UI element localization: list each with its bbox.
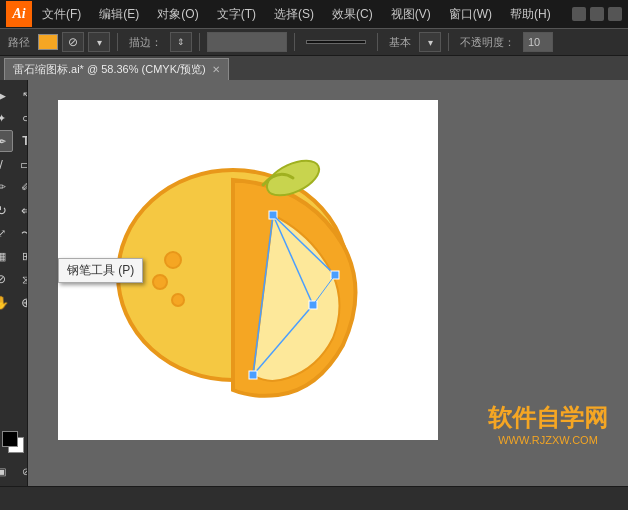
pen-tool-tooltip: 钢笔工具 (P): [58, 258, 143, 283]
stroke-arrow-btn[interactable]: ▾: [88, 32, 110, 52]
path-label: 路径: [4, 35, 34, 50]
window-controls: [572, 7, 622, 21]
stroke-field[interactable]: [207, 32, 287, 52]
watermark: 软件自学网 WWW.RJZXW.COM: [488, 402, 608, 446]
menu-bar: 文件(F) 编辑(E) 对象(O) 文字(T) 选择(S) 效果(C) 视图(V…: [38, 4, 566, 25]
doc-tab-bar: 雷石缩图标.ai* @ 58.36% (CMYK/预览) ✕: [0, 56, 628, 80]
ai-logo: Ai: [6, 1, 32, 27]
top-toolbar: 路径 ⊘ ▾ 描边： ⇕ 基本 ▾ 不透明度：: [0, 28, 628, 56]
symbol-tool[interactable]: ⊞: [14, 245, 28, 267]
rect-tool[interactable]: ▭: [14, 153, 28, 175]
menu-select[interactable]: 选择(S): [270, 4, 318, 25]
main-area: ▶ ↖ ✦ ⊂ ✒ T / ▭ ✏ ✐ ↻ ⇔ ⤢ 〜 ▦ ⊞: [0, 80, 628, 486]
direct-select-tool[interactable]: ↖: [14, 84, 28, 106]
svg-point-4: [172, 294, 184, 306]
magic-wand-tool[interactable]: ✦: [0, 107, 13, 129]
basic-label: 基本: [385, 35, 415, 50]
gradient-fill[interactable]: ▣: [0, 460, 13, 482]
watermark-sub-text: WWW.RJZXW.COM: [488, 434, 608, 446]
fg-swatch[interactable]: [2, 431, 18, 447]
hand-tool[interactable]: ✋: [0, 291, 13, 313]
tool-row-magic: ✦ ⊂: [0, 107, 28, 129]
menu-text[interactable]: 文字(T): [213, 4, 260, 25]
separator-4: [377, 33, 378, 51]
menu-object[interactable]: 对象(O): [153, 4, 202, 25]
separator-1: [117, 33, 118, 51]
tool-row-select: ▶ ↖: [0, 84, 28, 106]
tool-row-line: / ▭: [0, 153, 28, 175]
stroke-icon-btn[interactable]: ⊘: [62, 32, 84, 52]
pen-tool[interactable]: ✒: [0, 130, 13, 152]
line-tool[interactable]: /: [0, 153, 13, 175]
status-bar: [0, 486, 628, 510]
graph-tool[interactable]: ▦: [0, 245, 13, 267]
warp-tool[interactable]: 〜: [14, 222, 28, 244]
rotate-tool[interactable]: ↻: [0, 199, 13, 221]
minimize-btn[interactable]: [572, 7, 586, 21]
line-preview: [306, 40, 366, 44]
tool-row-scale: ⤢ 〜: [0, 222, 28, 244]
doc-tab-close[interactable]: ✕: [212, 64, 220, 75]
separator-2: [199, 33, 200, 51]
basic-dropdown[interactable]: ▾: [419, 32, 441, 52]
tool-row-pen: ✒ T: [0, 130, 28, 152]
svg-rect-10: [249, 371, 257, 379]
menu-effect[interactable]: 效果(C): [328, 4, 377, 25]
menu-window[interactable]: 窗口(W): [445, 4, 496, 25]
menu-file[interactable]: 文件(F): [38, 4, 85, 25]
illustration: [78, 90, 418, 400]
canvas-area[interactable]: 钢笔工具 (P): [28, 80, 628, 486]
brush-tool[interactable]: ✏: [0, 176, 13, 198]
tool-row-brush: ✏ ✐: [0, 176, 28, 198]
eyedropper-tool[interactable]: ⊘: [0, 268, 13, 290]
stroke-label: 描边：: [125, 35, 166, 50]
opacity-label: 不透明度：: [456, 35, 519, 50]
zoom-tool[interactable]: ⊕: [14, 291, 28, 313]
fill-color-swatch[interactable]: [38, 34, 58, 50]
mirror-tool[interactable]: ⇔: [14, 199, 28, 221]
svg-point-3: [153, 275, 167, 289]
stroke-up-down[interactable]: ⇕: [170, 32, 192, 52]
svg-point-2: [165, 252, 181, 268]
no-fill[interactable]: ⊘: [14, 460, 28, 482]
tool-row-graph: ▦ ⊞: [0, 245, 28, 267]
scale-tool[interactable]: ⤢: [0, 222, 13, 244]
watermark-main-text: 软件自学网: [488, 402, 608, 434]
type-tool[interactable]: T: [14, 130, 28, 152]
separator-5: [448, 33, 449, 51]
doc-tab-name: 雷石缩图标.ai* @ 58.36% (CMYK/预览): [13, 62, 206, 77]
tool-row-eyedrop: ⊘ ⧖: [0, 268, 28, 290]
maximize-btn[interactable]: [590, 7, 604, 21]
menu-edit[interactable]: 编辑(E): [95, 4, 143, 25]
pencil-tool[interactable]: ✐: [14, 176, 28, 198]
menu-help[interactable]: 帮助(H): [506, 4, 555, 25]
left-toolbar: ▶ ↖ ✦ ⊂ ✒ T / ▭ ✏ ✐ ↻ ⇔ ⤢ 〜 ▦ ⊞: [0, 80, 28, 486]
close-btn[interactable]: [608, 7, 622, 21]
title-bar: Ai 文件(F) 编辑(E) 对象(O) 文字(T) 选择(S) 效果(C) 视…: [0, 0, 628, 28]
separator-3: [294, 33, 295, 51]
blend-tool[interactable]: ⧖: [14, 268, 28, 290]
tool-row-rotate: ↻ ⇔: [0, 199, 28, 221]
document-tab[interactable]: 雷石缩图标.ai* @ 58.36% (CMYK/预览) ✕: [4, 58, 229, 80]
opacity-input[interactable]: [523, 32, 553, 52]
menu-view[interactable]: 视图(V): [387, 4, 435, 25]
lasso-tool[interactable]: ⊂: [14, 107, 28, 129]
tool-row-fill: ▣ ⊘: [0, 460, 28, 482]
color-swatches: [0, 417, 28, 457]
select-tool[interactable]: ▶: [0, 84, 13, 106]
tool-row-hand: ✋ ⊕: [0, 291, 28, 313]
